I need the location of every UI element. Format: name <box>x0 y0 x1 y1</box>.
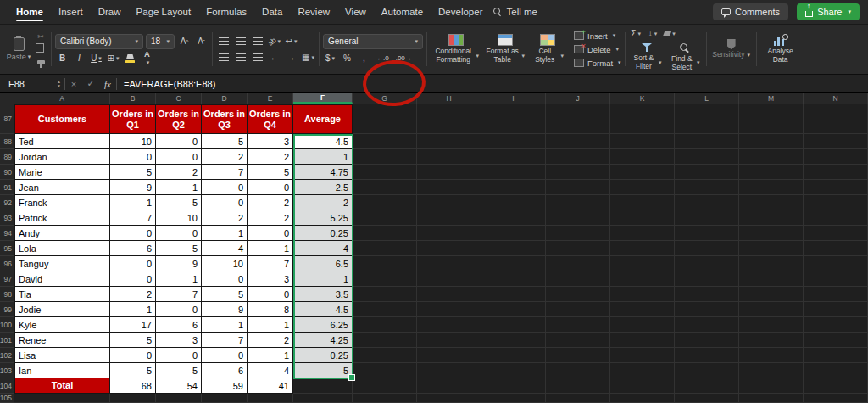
cell-d99[interactable]: 9 <box>202 302 248 317</box>
menu-tab-developer[interactable]: Developer <box>431 0 490 24</box>
cell-c95[interactable]: 5 <box>156 241 202 256</box>
cell-m101[interactable] <box>739 333 804 348</box>
cell-i95[interactable] <box>481 241 546 256</box>
column-header-g[interactable]: G <box>353 93 417 104</box>
cell-g100[interactable] <box>353 317 417 333</box>
row-header-90[interactable]: 90 <box>0 165 14 180</box>
cell-j102[interactable] <box>546 348 610 363</box>
cancel-entry-button[interactable]: × <box>65 79 82 89</box>
cell-k98[interactable] <box>610 287 675 302</box>
cell-b100[interactable]: 17 <box>110 317 156 333</box>
row-header-96[interactable]: 96 <box>0 256 14 271</box>
cell-e90[interactable]: 5 <box>248 165 293 180</box>
cell-k101[interactable] <box>610 333 675 348</box>
cell-m99[interactable] <box>739 302 804 317</box>
cell-d94[interactable]: 1 <box>202 226 248 241</box>
cell-h100[interactable] <box>417 317 481 333</box>
cell-g94[interactable] <box>353 226 417 241</box>
tell-me[interactable]: Tell me <box>493 7 537 17</box>
cell-d95[interactable]: 4 <box>202 241 248 256</box>
cell-l92[interactable] <box>675 195 739 210</box>
row-header-99[interactable]: 99 <box>0 302 14 317</box>
column-header-m[interactable]: M <box>739 93 804 104</box>
cell-e101[interactable]: 2 <box>248 333 293 348</box>
italic-button[interactable]: I <box>72 52 86 65</box>
cell-j104[interactable] <box>546 378 610 394</box>
column-header-b[interactable]: B <box>110 93 156 104</box>
cell-g96[interactable] <box>353 256 417 271</box>
accounting-format-button[interactable]: $▾ <box>323 52 337 65</box>
cut-button[interactable]: ✂ <box>34 31 47 42</box>
cell-c96[interactable]: 9 <box>156 256 202 271</box>
row-header-93[interactable]: 93 <box>0 210 14 226</box>
cell-f102[interactable]: 0.25 <box>293 348 353 363</box>
cell-i88[interactable] <box>481 134 546 149</box>
align-right-button[interactable] <box>250 51 264 64</box>
cell-a90[interactable]: Marie <box>14 165 110 180</box>
row-header-104[interactable]: 104 <box>0 378 14 394</box>
cell-a102[interactable]: Lisa <box>14 348 110 363</box>
cell-i104[interactable] <box>481 378 546 394</box>
cell-g102[interactable] <box>353 348 417 363</box>
confirm-entry-button[interactable]: ✓ <box>82 78 99 89</box>
cell-j95[interactable] <box>546 241 610 256</box>
cell-g101[interactable] <box>353 333 417 348</box>
cell-b94[interactable]: 0 <box>110 226 156 241</box>
column-header-j[interactable]: J <box>546 93 610 104</box>
cell-j94[interactable] <box>546 226 610 241</box>
column-header-n[interactable]: N <box>804 93 868 104</box>
decrease-indent-button[interactable]: ← <box>267 51 281 64</box>
cell-j93[interactable] <box>546 210 610 226</box>
cell-b104[interactable]: 68 <box>110 378 156 394</box>
row-header-102[interactable]: 102 <box>0 348 14 363</box>
cell-f89[interactable]: 1 <box>293 149 353 165</box>
increase-indent-button[interactable]: → <box>284 51 298 64</box>
cell-d98[interactable]: 5 <box>202 287 248 302</box>
cell-n97[interactable] <box>804 271 868 287</box>
bold-button[interactable]: B <box>55 52 70 65</box>
cell-g99[interactable] <box>353 302 417 317</box>
cell-m93[interactable] <box>739 210 804 226</box>
format-as-table-button[interactable]: Format as Table▾ <box>483 34 527 64</box>
cell-m95[interactable] <box>739 241 804 256</box>
cell-f98[interactable]: 3.5 <box>293 287 353 302</box>
row-header-95[interactable]: 95 <box>0 241 14 256</box>
cell-n89[interactable] <box>804 149 868 165</box>
cell-m102[interactable] <box>739 348 804 363</box>
cell-j98[interactable] <box>546 287 610 302</box>
cell-k93[interactable] <box>610 210 675 226</box>
cell-b92[interactable]: 1 <box>110 195 156 210</box>
cell-m88[interactable] <box>739 134 804 149</box>
cell-d87[interactable]: Orders in Q3 <box>202 104 248 134</box>
cell-k99[interactable] <box>610 302 675 317</box>
copy-button[interactable] <box>34 44 47 55</box>
font-name-select[interactable]: Calibri (Body)▾ <box>55 34 143 49</box>
insert-function-button[interactable]: fx <box>99 79 116 89</box>
find-select-button[interactable]: Find & Select▾ <box>667 43 703 72</box>
cell-j90[interactable] <box>546 165 610 180</box>
align-top-button[interactable] <box>216 35 231 48</box>
cell-n95[interactable] <box>804 241 868 256</box>
align-center-button[interactable] <box>233 51 248 64</box>
cell-h104[interactable] <box>417 378 481 394</box>
cell-l88[interactable] <box>675 134 739 149</box>
cell-m97[interactable] <box>739 271 804 287</box>
cell-k100[interactable] <box>610 317 675 333</box>
cell-k96[interactable] <box>610 256 675 271</box>
cell-f104[interactable] <box>293 378 353 394</box>
cell-n101[interactable] <box>804 333 868 348</box>
cell-b90[interactable]: 5 <box>110 165 156 180</box>
cell-a101[interactable]: Renee <box>14 333 110 348</box>
cell-k95[interactable] <box>610 241 675 256</box>
cell-l93[interactable] <box>675 210 739 226</box>
cell-n94[interactable] <box>804 226 868 241</box>
cell-c103[interactable]: 5 <box>156 363 202 378</box>
column-header-h[interactable]: H <box>417 93 481 104</box>
insert-cells-button[interactable]: Insert▾ <box>574 30 621 42</box>
cell-h105[interactable] <box>417 394 481 403</box>
cell-d90[interactable]: 7 <box>202 165 248 180</box>
column-header-k[interactable]: K <box>610 93 675 104</box>
cell-h89[interactable] <box>417 149 481 165</box>
cell-c94[interactable]: 0 <box>156 226 202 241</box>
cell-j89[interactable] <box>546 149 610 165</box>
